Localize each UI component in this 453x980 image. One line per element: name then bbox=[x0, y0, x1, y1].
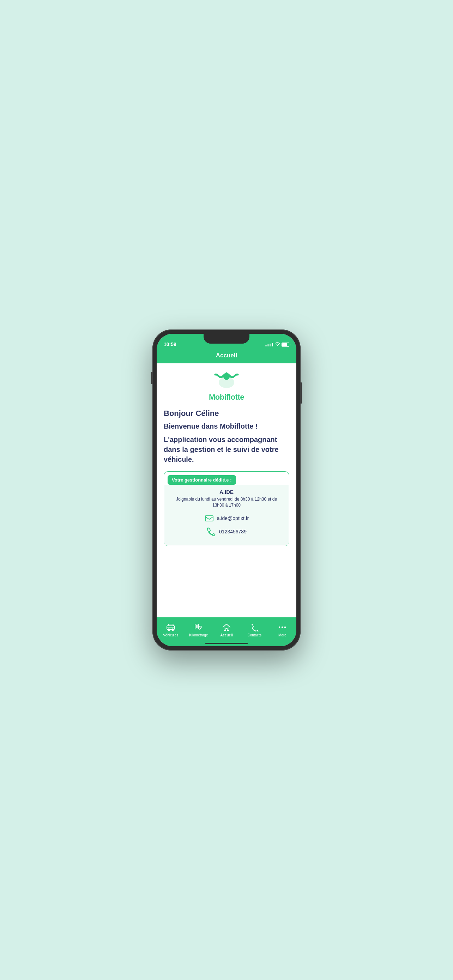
kilometrage-icon bbox=[194, 623, 203, 632]
email-icon bbox=[204, 513, 214, 523]
battery-icon bbox=[281, 342, 289, 347]
svg-point-5 bbox=[172, 628, 173, 630]
svg-point-11 bbox=[281, 626, 283, 628]
svg-point-12 bbox=[285, 626, 286, 628]
app-description: L'application vous accompagnant dans la … bbox=[164, 434, 289, 464]
phone-screen: 10:59 bbox=[157, 334, 296, 646]
logo-text: Mobiflotte bbox=[209, 393, 244, 402]
tab-kilometrage-label: Kilométrage bbox=[189, 633, 208, 637]
svg-rect-2 bbox=[205, 516, 213, 521]
tab-accueil[interactable]: Accueil bbox=[212, 623, 240, 637]
gestionnaire-card: Votre gestionnaire dédié.e : A.IDE Joign… bbox=[164, 471, 289, 546]
gestionnaire-body: A.IDE Joignable du lundi au vendredi de … bbox=[164, 485, 289, 546]
tab-vehicules-label: Véhicules bbox=[163, 633, 178, 637]
welcome-text: Bienvenue dans Mobiflotte ! bbox=[164, 422, 289, 430]
greeting-text: Bonjour Céline bbox=[164, 409, 289, 418]
accueil-icon bbox=[222, 623, 231, 632]
tab-bar: Véhicules Kilométrage Accueil bbox=[157, 617, 296, 646]
gestionnaire-name: A.IDE bbox=[170, 489, 283, 495]
email-text: a.ide@optixt.fr bbox=[217, 515, 249, 521]
home-indicator bbox=[205, 643, 248, 644]
gestionnaire-hours: Joignable du lundi au vendredi de 8h30 à… bbox=[170, 496, 283, 508]
page-title: Accueil bbox=[216, 352, 237, 359]
gestionnaire-label: Votre gestionnaire dédié.e : bbox=[168, 475, 236, 485]
tab-kilometrage[interactable]: Kilométrage bbox=[184, 623, 212, 637]
tab-more[interactable]: More bbox=[269, 623, 296, 637]
phone-frame: 10:59 bbox=[153, 329, 300, 651]
wifi-icon bbox=[275, 342, 280, 347]
tab-vehicules[interactable]: Véhicules bbox=[157, 623, 184, 637]
contacts-icon bbox=[250, 623, 259, 632]
tab-contacts-label: Contacts bbox=[247, 633, 261, 637]
logo-area: Mobiflotte bbox=[164, 372, 289, 402]
tab-more-label: More bbox=[278, 633, 286, 637]
more-icon bbox=[278, 623, 287, 632]
notch bbox=[203, 334, 250, 344]
svg-point-4 bbox=[168, 628, 170, 630]
nav-header: Accueil bbox=[157, 349, 296, 363]
phone-row[interactable]: 0123456789 bbox=[170, 527, 283, 536]
tab-contacts[interactable]: Contacts bbox=[241, 623, 269, 637]
main-content: Mobiflotte Bonjour Céline Bienvenue dans… bbox=[157, 363, 296, 617]
email-row[interactable]: a.ide@optixt.fr bbox=[170, 513, 283, 523]
tab-accueil-label: Accueil bbox=[220, 633, 233, 637]
vehicules-icon bbox=[166, 623, 175, 632]
svg-point-10 bbox=[279, 626, 280, 628]
signal-icon bbox=[265, 343, 273, 347]
status-time: 10:59 bbox=[164, 342, 176, 347]
mobiflotte-logo-icon bbox=[212, 372, 241, 391]
status-icons bbox=[265, 342, 289, 347]
phone-text: 0123456789 bbox=[219, 529, 246, 535]
phone-icon bbox=[207, 527, 216, 536]
